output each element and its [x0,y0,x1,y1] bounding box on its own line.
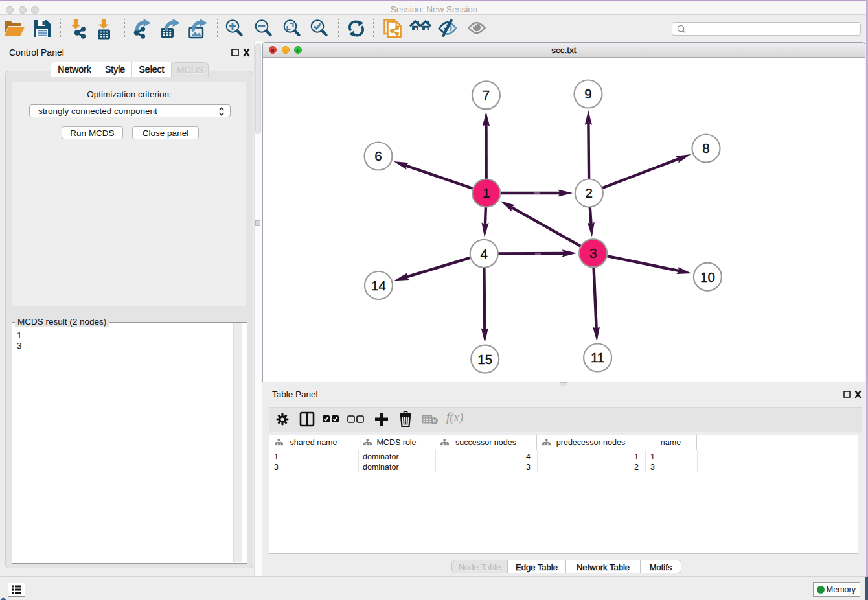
svg-text:15: 15 [477,352,492,367]
svg-text:3: 3 [589,246,597,260]
svg-text:11: 11 [591,350,604,365]
svg-text:7: 7 [483,87,490,102]
svg-text:2: 2 [586,185,593,200]
svg-text:14: 14 [371,278,386,293]
svg-text:9: 9 [584,86,591,101]
svg-text:8: 8 [702,141,709,156]
svg-text:10: 10 [700,270,715,284]
svg-text:4: 4 [480,246,487,261]
svg-text:6: 6 [374,148,382,163]
svg-text:1: 1 [483,185,490,200]
